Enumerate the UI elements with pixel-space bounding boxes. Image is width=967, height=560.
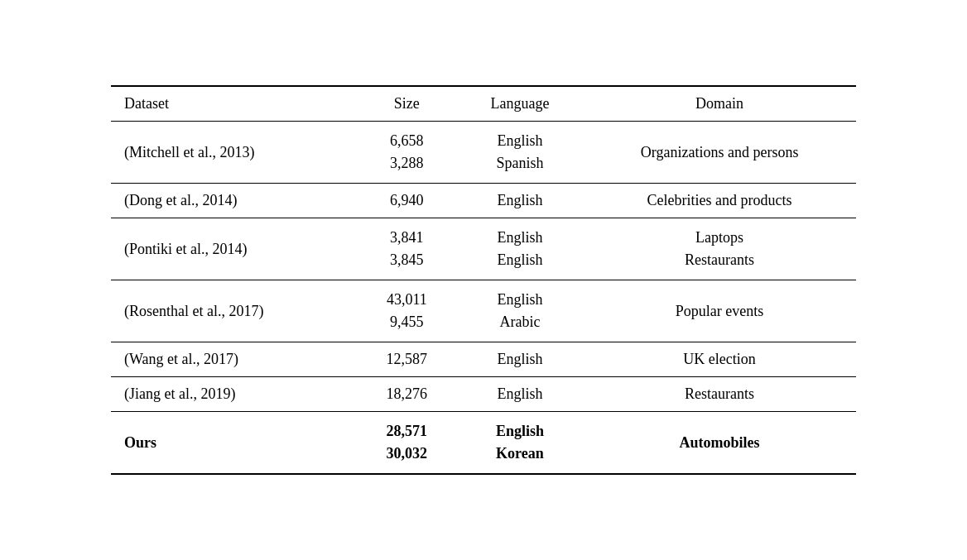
cell-language-3: EnglishArabic [457,280,584,342]
table-row: (Wang et al., 2017)12,587EnglishUK elect… [111,342,856,377]
cell-size-2: 3,8413,845 [357,218,457,280]
cell-domain-5: Restaurants [583,377,856,412]
cell-size-0: 6,6583,288 [357,122,457,184]
cell-dataset-6: Ours [111,412,357,475]
cell-domain-2: LaptopsRestaurants [583,218,856,280]
cell-language-0: EnglishSpanish [457,122,584,184]
cell-size-6: 28,57130,032 [357,412,457,475]
table-row: (Dong et al., 2014)6,940EnglishCelebriti… [111,184,856,218]
cell-size-3: 43,0119,455 [357,280,457,342]
cell-language-5: English [457,377,584,412]
table-row: (Jiang et al., 2019)18,276EnglishRestaur… [111,377,856,412]
cell-domain-3: Popular events [583,280,856,342]
header-language: Language [457,86,584,122]
table-row: (Rosenthal et al., 2017)43,0119,455Engli… [111,280,856,342]
cell-dataset-1: (Dong et al., 2014) [111,184,357,218]
cell-language-1: English [457,184,584,218]
cell-size-1: 6,940 [357,184,457,218]
cell-dataset-3: (Rosenthal et al., 2017) [111,280,357,342]
dataset-table: Dataset Size Language Domain (Mitchell e… [111,85,856,475]
cell-size-5: 18,276 [357,377,457,412]
cell-domain-6: Automobiles [583,412,856,475]
cell-dataset-4: (Wang et al., 2017) [111,342,357,377]
header-size: Size [357,86,457,122]
header-dataset: Dataset [111,86,357,122]
cell-domain-0: Organizations and persons [583,122,856,184]
header-domain: Domain [583,86,856,122]
table-row: (Pontiki et al., 2014)3,8413,845EnglishE… [111,218,856,280]
cell-dataset-5: (Jiang et al., 2019) [111,377,357,412]
table-container: Dataset Size Language Domain (Mitchell e… [111,85,856,475]
table-row: Ours28,57130,032EnglishKoreanAutomobiles [111,412,856,475]
cell-size-4: 12,587 [357,342,457,377]
cell-language-6: EnglishKorean [457,412,584,475]
cell-language-4: English [457,342,584,377]
cell-dataset-2: (Pontiki et al., 2014) [111,218,357,280]
cell-domain-1: Celebrities and products [583,184,856,218]
table-row: (Mitchell et al., 2013)6,6583,288English… [111,122,856,184]
cell-dataset-0: (Mitchell et al., 2013) [111,122,357,184]
cell-language-2: EnglishEnglish [457,218,584,280]
cell-domain-4: UK election [583,342,856,377]
table-header-row: Dataset Size Language Domain [111,86,856,122]
